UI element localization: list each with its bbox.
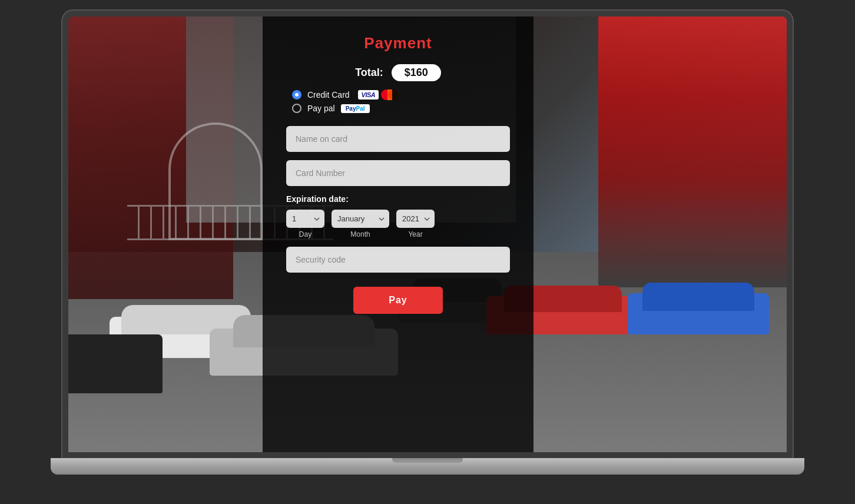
security-code-input[interactable] bbox=[286, 247, 510, 273]
name-field-group bbox=[286, 126, 510, 152]
year-select-group: 2020 2021 2022 2023 2024 2025 2026 2027 … bbox=[396, 210, 435, 238]
total-label: Total: bbox=[355, 67, 383, 79]
laptop-shell: Payment Total: $160 Credit Card VISA bbox=[51, 11, 804, 493]
name-on-card-input[interactable] bbox=[286, 126, 510, 152]
year-unit-label: Year bbox=[408, 230, 422, 238]
expiry-selects: 1 2 3 4 5 6 7 8 9 10 11 bbox=[286, 210, 510, 238]
laptop-base bbox=[51, 458, 804, 475]
laptop-hinge bbox=[392, 458, 463, 463]
expiry-label: Expiration date: bbox=[286, 194, 510, 204]
month-select[interactable]: January February March April May June Ju… bbox=[332, 210, 389, 228]
card-logos: VISA bbox=[358, 89, 399, 100]
card-number-field-group bbox=[286, 160, 510, 186]
credit-card-label: Credit Card bbox=[307, 90, 350, 100]
year-select[interactable]: 2020 2021 2022 2023 2024 2025 2026 2027 … bbox=[396, 210, 435, 228]
paypal-logo: PayPal bbox=[341, 104, 370, 113]
total-amount: $160 bbox=[392, 64, 441, 81]
screen-bezel: Payment Total: $160 Credit Card VISA bbox=[62, 11, 793, 458]
month-unit-label: Month bbox=[350, 230, 370, 238]
total-row: Total: $160 bbox=[286, 64, 510, 81]
payment-methods: Credit Card VISA Pay bbox=[286, 89, 510, 113]
card-number-input[interactable] bbox=[286, 160, 510, 186]
mastercard-logo bbox=[381, 89, 399, 100]
security-code-field-group bbox=[286, 247, 510, 273]
month-select-group: January February March April May June Ju… bbox=[332, 210, 389, 238]
paypal-label: Pay pal bbox=[307, 104, 335, 113]
paypal-option[interactable]: Pay pal PayPal bbox=[292, 104, 510, 113]
day-select[interactable]: 1 2 3 4 5 6 7 8 9 10 11 bbox=[286, 210, 324, 228]
payment-container: Payment Total: $160 Credit Card VISA bbox=[263, 16, 533, 452]
car-blue bbox=[628, 264, 769, 334]
day-select-group: 1 2 3 4 5 6 7 8 9 10 11 bbox=[286, 210, 324, 238]
credit-card-radio[interactable] bbox=[292, 90, 301, 100]
payment-title: Payment bbox=[364, 34, 432, 52]
day-unit-label: Day bbox=[299, 230, 311, 238]
pay-button[interactable]: Pay bbox=[353, 287, 442, 314]
credit-card-option[interactable]: Credit Card VISA bbox=[292, 89, 510, 100]
car-black bbox=[68, 299, 163, 393]
visa-logo: VISA bbox=[358, 90, 379, 100]
screen: Payment Total: $160 Credit Card VISA bbox=[68, 16, 787, 452]
paypal-radio[interactable] bbox=[292, 104, 301, 113]
expiry-section: Expiration date: 1 2 3 4 5 6 7 8 bbox=[286, 194, 510, 238]
building-right bbox=[598, 16, 787, 287]
